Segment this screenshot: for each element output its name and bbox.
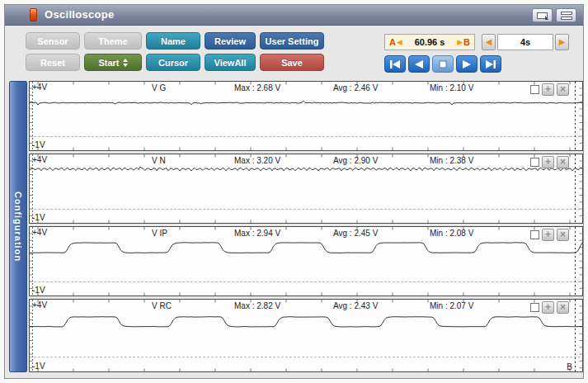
channel-vg: +4V -1V V G Max : 2.68 V Avg : 2.46 V Mi… bbox=[29, 81, 583, 151]
scale-bottom-label: -1V bbox=[32, 362, 45, 371]
b-right-arrow-icon[interactable]: ▶ bbox=[457, 38, 463, 46]
channel-name: V G bbox=[152, 83, 166, 92]
waveform-vg bbox=[30, 82, 582, 150]
play-button[interactable] bbox=[456, 55, 477, 73]
channel-name: V N bbox=[152, 156, 166, 165]
scale-bottom-label: -1V bbox=[32, 140, 45, 149]
scale-top-label: +4V bbox=[32, 155, 47, 164]
scale-top-label: +4V bbox=[32, 83, 47, 92]
avg-value: Avg : 2.46 V bbox=[333, 83, 378, 92]
skip-to-start-button[interactable] bbox=[384, 55, 406, 73]
waveform-vrc bbox=[30, 300, 582, 371]
avg-value: Avg : 2.43 V bbox=[333, 301, 378, 310]
expand-channel-button[interactable]: + bbox=[542, 156, 554, 168]
step-back-icon bbox=[414, 60, 424, 69]
cursor-b-label: B bbox=[463, 37, 470, 47]
close-channel-button[interactable]: × bbox=[557, 229, 569, 241]
channel-vrc: +4V -1V V RC Max : 2.82 V Avg : 2.43 V M… bbox=[29, 299, 583, 372]
window-shade-icon bbox=[561, 12, 572, 15]
trace-line bbox=[30, 243, 582, 253]
scale-bottom-label: -1V bbox=[32, 213, 45, 222]
playback-controls bbox=[384, 55, 501, 73]
window-shade-button[interactable] bbox=[556, 8, 576, 22]
screen-capture-button[interactable] bbox=[532, 8, 553, 22]
max-value: Max : 2.94 V bbox=[234, 229, 280, 238]
screen-capture-icon bbox=[537, 12, 548, 19]
sensor-button[interactable]: Sensor bbox=[26, 32, 80, 50]
window-title: Oscilloscope bbox=[45, 8, 115, 21]
decrease-window-button[interactable]: ◀ bbox=[482, 34, 496, 50]
oscilloscope-window: Oscilloscope Sensor Theme Name Review Us… bbox=[4, 4, 584, 379]
app-icon bbox=[30, 8, 37, 21]
min-value: Min : 2.08 V bbox=[430, 229, 473, 238]
theme-button[interactable]: Theme bbox=[84, 32, 142, 50]
waveform-vn bbox=[30, 154, 582, 223]
channel-select-checkbox[interactable] bbox=[530, 230, 539, 239]
cursor-a-label: A bbox=[389, 37, 396, 47]
play-icon bbox=[462, 60, 472, 69]
channel-name: V IP bbox=[152, 229, 167, 238]
ab-range-value: 60.96 s bbox=[403, 37, 456, 47]
max-value: Max : 3.20 V bbox=[234, 156, 280, 165]
start-button[interactable]: Start bbox=[84, 54, 142, 71]
avg-value: Avg : 2.90 V bbox=[333, 156, 378, 165]
window-size-value[interactable]: 4s bbox=[497, 34, 553, 50]
expand-channel-button[interactable]: + bbox=[542, 301, 554, 314]
cursor-b-marker-label: B bbox=[567, 362, 572, 371]
channel-select-checkbox[interactable] bbox=[530, 158, 539, 167]
review-button[interactable]: Review bbox=[205, 32, 256, 50]
scale-top-label: +4V bbox=[32, 228, 47, 237]
step-back-button[interactable] bbox=[408, 55, 430, 73]
increase-window-button[interactable]: ▶ bbox=[555, 34, 569, 50]
min-value: Min : 2.10 V bbox=[430, 83, 473, 92]
a-left-arrow-icon[interactable]: ◀ bbox=[397, 38, 402, 46]
skip-to-end-button[interactable] bbox=[480, 55, 501, 73]
avg-value: Avg : 2.45 V bbox=[333, 229, 378, 238]
channel-select-checkbox[interactable] bbox=[530, 85, 539, 94]
channel-name: V RC bbox=[152, 301, 172, 310]
viewall-button[interactable]: ViewAll bbox=[205, 54, 256, 71]
configuration-tab-label: Configuration bbox=[13, 192, 23, 262]
configuration-tab[interactable]: Configuration bbox=[9, 81, 27, 372]
channel-select-checkbox[interactable] bbox=[530, 303, 539, 312]
user-setting-button[interactable]: User Setting bbox=[260, 32, 324, 50]
channel-controls: + × bbox=[530, 301, 569, 314]
ab-range-box[interactable]: A ◀ 60.96 s ▶ B bbox=[384, 34, 475, 50]
trace-line bbox=[30, 317, 582, 327]
close-channel-button[interactable]: × bbox=[557, 156, 569, 168]
trace-line bbox=[30, 167, 582, 171]
stop-button[interactable] bbox=[432, 55, 454, 73]
toolbar-row-1: Sensor Theme Name Review User Setting bbox=[26, 32, 324, 50]
titlebar: Oscilloscope bbox=[5, 5, 583, 26]
channel-controls: + × bbox=[530, 156, 569, 168]
skip-to-end-icon bbox=[485, 60, 496, 69]
stop-icon bbox=[439, 60, 447, 69]
min-value: Min : 2.07 V bbox=[430, 301, 473, 310]
channel-vip: +4V -1V V IP Max : 2.94 V Avg : 2.45 V M… bbox=[29, 226, 583, 296]
trace-line bbox=[30, 101, 582, 105]
toolbar-row-2: Reset Start Cursor ViewAll Save bbox=[26, 54, 324, 71]
max-value: Max : 2.82 V bbox=[234, 301, 280, 310]
close-channel-button[interactable]: × bbox=[557, 301, 569, 314]
window-buttons bbox=[532, 8, 576, 22]
skip-to-start-icon bbox=[389, 60, 401, 69]
channel-controls: + × bbox=[530, 229, 569, 241]
expand-channel-button[interactable]: + bbox=[542, 229, 554, 241]
right-arrow-icon: ▶ bbox=[559, 37, 566, 46]
reset-button[interactable]: Reset bbox=[26, 54, 80, 71]
scale-top-label: +4V bbox=[32, 300, 47, 310]
spinner-icon bbox=[123, 59, 128, 67]
channel-vn: +4V -1V V N Max : 3.20 V Avg : 2.90 V Mi… bbox=[29, 154, 583, 224]
channel-controls: + × bbox=[530, 83, 569, 96]
max-value: Max : 2.68 V bbox=[234, 83, 280, 92]
left-arrow-icon: ◀ bbox=[486, 37, 492, 46]
save-button[interactable]: Save bbox=[260, 54, 324, 71]
close-channel-button[interactable]: × bbox=[557, 83, 569, 96]
name-button[interactable]: Name bbox=[146, 32, 200, 50]
cursor-button[interactable]: Cursor bbox=[146, 54, 200, 71]
min-value: Min : 2.38 V bbox=[430, 156, 473, 165]
expand-channel-button[interactable]: + bbox=[542, 83, 554, 96]
scale-bottom-label: -1V bbox=[32, 286, 45, 295]
waveform-vip bbox=[30, 227, 582, 296]
